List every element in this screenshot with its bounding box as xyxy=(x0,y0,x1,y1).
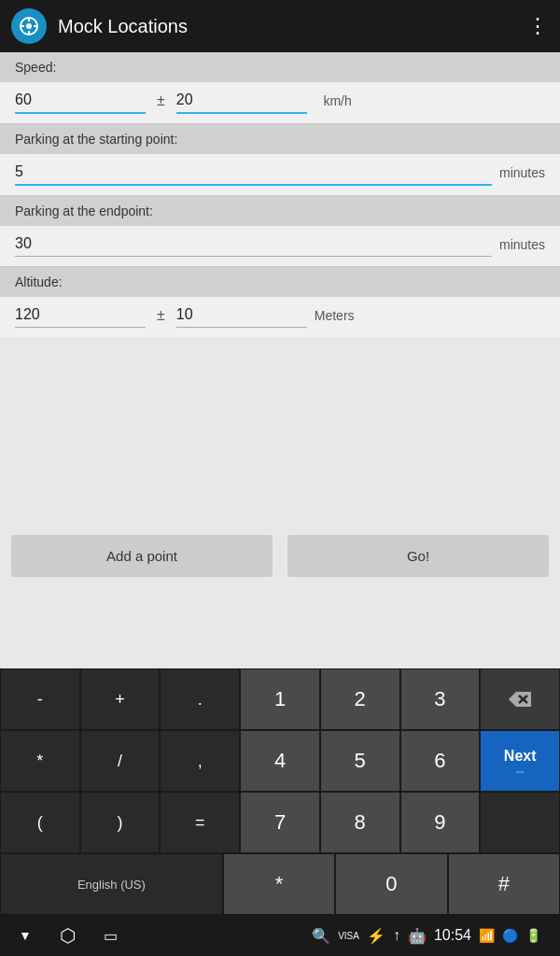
nav-search-icon[interactable]: 🔍 xyxy=(312,927,330,945)
parking-end-input[interactable] xyxy=(15,232,492,257)
keyboard-row-2: * / , 4 5 6 Next ... xyxy=(0,730,560,792)
nav-home[interactable]: ⬡ xyxy=(60,924,76,947)
key-hash[interactable]: # xyxy=(448,853,560,915)
altitude-row: ± Meters xyxy=(0,297,560,337)
key-8[interactable]: 8 xyxy=(320,792,400,853)
key-1[interactable]: 1 xyxy=(240,668,320,730)
empty-space xyxy=(0,337,560,524)
key-minus[interactable]: - xyxy=(0,668,80,730)
key-2[interactable]: 2 xyxy=(320,668,400,730)
speed-row: ± km/h xyxy=(0,82,560,123)
svg-marker-6 xyxy=(509,692,531,707)
key-9[interactable]: 9 xyxy=(400,792,481,853)
nav-bar: ▼ ⬡ ▭ 🔍 VISA ⚡ ↑ 🤖 10:54 📶 🔵 🔋 xyxy=(0,915,560,956)
key-open-paren[interactable]: ( xyxy=(0,792,80,853)
app-icon xyxy=(11,8,47,44)
key-star[interactable]: * xyxy=(223,853,335,915)
key-4[interactable]: 4 xyxy=(240,730,320,792)
keyboard: - + . 1 2 3 * / , 4 5 6 Next ... ( ) = 7… xyxy=(0,668,560,915)
parking-end-row: minutes xyxy=(0,226,560,266)
bottom-buttons: Add a point Go! xyxy=(0,524,560,588)
keyboard-row-3: ( ) = 7 8 9 xyxy=(0,792,560,853)
key-plus[interactable]: + xyxy=(80,668,161,730)
wifi-icon: 📶 xyxy=(479,928,495,943)
key-7[interactable]: 7 xyxy=(240,792,320,853)
nav-time: 10:54 xyxy=(434,927,471,944)
key-comma[interactable]: , xyxy=(160,730,240,792)
key-asterisk[interactable]: * xyxy=(0,730,80,792)
key-language[interactable]: English (US) xyxy=(0,853,223,915)
nav-right: 🔍 VISA ⚡ ↑ 🤖 10:54 📶 🔵 🔋 xyxy=(312,927,541,945)
keyboard-row-4: English (US) * 0 # xyxy=(0,853,560,915)
speed-input[interactable] xyxy=(15,88,146,114)
parking-end-label: Parking at the endpoint: xyxy=(0,196,560,226)
nav-usb-icon: ⚡ xyxy=(367,927,385,945)
speed-unit: km/h xyxy=(315,93,352,108)
parking-start-input[interactable] xyxy=(15,160,492,186)
parking-end-unit: minutes xyxy=(499,237,545,252)
altitude-input[interactable] xyxy=(15,302,146,328)
key-slash[interactable]: / xyxy=(80,730,161,792)
menu-button[interactable]: ⋮ xyxy=(527,14,549,38)
svg-point-1 xyxy=(26,23,32,29)
altitude-label: Altitude: xyxy=(0,267,560,297)
go-button[interactable]: Go! xyxy=(287,535,549,577)
altitude-unit: Meters xyxy=(315,308,355,323)
altitude-pm-symbol: ± xyxy=(157,307,165,324)
parking-start-row: minutes xyxy=(0,154,560,195)
app-bar: Mock Locations ⋮ xyxy=(0,0,560,52)
key-backspace[interactable] xyxy=(480,668,560,730)
nav-visa-icon: VISA xyxy=(338,931,359,941)
nav-upload-icon: ↑ xyxy=(393,927,400,944)
key-3[interactable]: 3 xyxy=(400,668,481,730)
form-content: Speed: ± km/h Parking at the starting po… xyxy=(0,52,560,337)
speed-variance-input[interactable] xyxy=(176,88,307,114)
add-point-button[interactable]: Add a point xyxy=(11,535,273,577)
parking-start-label: Parking at the starting point: xyxy=(0,124,560,154)
key-period[interactable]: . xyxy=(160,668,240,730)
speed-label: Speed: xyxy=(0,52,560,82)
key-6[interactable]: 6 xyxy=(400,730,481,792)
battery-icon: 🔋 xyxy=(525,928,541,943)
nav-android-icon: 🤖 xyxy=(408,927,427,945)
next-button[interactable]: Next ... xyxy=(480,730,560,792)
app-title: Mock Locations xyxy=(58,16,527,37)
key-0[interactable]: 0 xyxy=(335,853,447,915)
parking-start-unit: minutes xyxy=(499,165,545,180)
bluetooth-icon: 🔵 xyxy=(502,928,518,943)
key-close-paren[interactable]: ) xyxy=(80,792,161,853)
keyboard-row-1: - + . 1 2 3 xyxy=(0,668,560,730)
altitude-variance-input[interactable] xyxy=(176,302,307,328)
nav-left: ▼ ⬡ ▭ xyxy=(19,924,118,947)
speed-pm-symbol: ± xyxy=(157,92,165,109)
nav-back[interactable]: ▼ xyxy=(19,928,32,943)
key-equals[interactable]: = xyxy=(160,792,240,853)
key-5[interactable]: 5 xyxy=(320,730,400,792)
nav-recents[interactable]: ▭ xyxy=(104,927,118,945)
key-placeholder xyxy=(480,792,560,853)
